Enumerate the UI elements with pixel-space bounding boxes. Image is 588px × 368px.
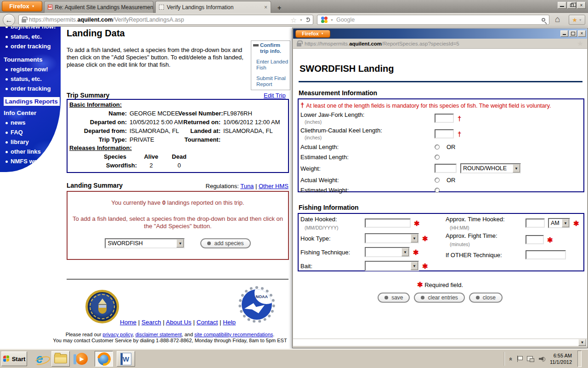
species-dropdown[interactable]: SWORDFISH ▼: [105, 238, 185, 248]
bait-dropdown[interactable]: ▼: [365, 261, 419, 271]
taskbar-clock[interactable]: 6:55 AM 11/1/2012: [550, 352, 572, 365]
sidebar-item-nmfs-website[interactable]: NMFS website: [6, 158, 61, 165]
close-button[interactable]: close: [469, 293, 503, 303]
sidebar-header-tournaments: Tournaments: [4, 56, 61, 63]
noaa-logo: NOAA: [238, 286, 275, 323]
hook-type-dropdown[interactable]: ▼: [365, 233, 419, 243]
contact-link[interactable]: Contact: [197, 319, 218, 326]
popup-window-controls: ×: [560, 30, 586, 37]
cliethrum-caudal-keel-length-input[interactable]: [435, 129, 454, 138]
basic-information-header: Basic Information:: [69, 101, 286, 108]
actual-weight-radio[interactable]: [435, 178, 440, 183]
home-link[interactable]: Home: [120, 319, 136, 326]
chevron-down-icon[interactable]: ▼: [330, 18, 334, 22]
sidebar-item-order-tracking[interactable]: order tracking: [6, 43, 61, 50]
search-bar[interactable]: ▼ Google: [317, 15, 549, 25]
date-hooked-input[interactable]: [365, 218, 411, 228]
sidebar-item-other-links[interactable]: other links: [6, 148, 61, 155]
chevron-down-icon: ▼: [513, 164, 520, 172]
tab-gmail[interactable]: M Re: Aquilent Site Landings Measurement…: [44, 1, 153, 13]
step-enter-landed-fish[interactable]: Enter Landed Fish: [256, 59, 289, 71]
close-button[interactable]: ×: [578, 30, 586, 37]
actual-length-radio[interactable]: [435, 144, 440, 150]
search-icon[interactable]: [542, 18, 545, 22]
save-button[interactable]: save: [378, 293, 410, 303]
word-icon[interactable]: W: [117, 351, 135, 367]
footer-customer-service-note: You may contact Customer Service by dial…: [46, 338, 294, 343]
home-icon[interactable]: ⌂: [555, 14, 560, 24]
minimize-button[interactable]: [560, 30, 568, 37]
sidebar-item-register-now[interactable]: register now!: [6, 66, 61, 73]
new-tab-button[interactable]: +: [274, 3, 285, 12]
fishing-technique-dropdown[interactable]: ▼: [365, 247, 410, 257]
minimize-button[interactable]: [558, 2, 566, 9]
estimated-weight-radio[interactable]: [435, 188, 440, 193]
sidebar-item-status[interactable]: status, etc.: [6, 33, 61, 40]
popup-url-bar[interactable]: https://hmspermits.aquilent.com/ReportSp…: [293, 39, 587, 49]
required-field-note: ✱ Required field.: [293, 281, 587, 288]
lower-jaw-fork-length-input[interactable]: [435, 114, 454, 123]
mandatory-length-note: † At least one of the length fields is m…: [300, 101, 582, 110]
action-center-flag-icon[interactable]: [517, 356, 522, 362]
clear-entries-button[interactable]: clear entries: [414, 293, 464, 303]
bullet-icon: [6, 36, 8, 38]
tab-close-icon[interactable]: ×: [264, 4, 267, 11]
close-button[interactable]: ×: [577, 2, 586, 9]
edit-trip-link[interactable]: Edit Trip: [264, 92, 286, 99]
sidebar-item-landings-reports-selected[interactable]: Landings Reports: [4, 97, 60, 106]
search-link[interactable]: Search: [141, 319, 161, 326]
popup-title-bar[interactable]: Firefox ▼ ×: [293, 29, 587, 39]
desktop: Firefox ▼ M Re: Aquilent Site Landings M…: [0, 0, 588, 368]
url-bar[interactable]: https://hmspermits.aquilent.com/VerifyRe…: [18, 15, 313, 25]
sidebar-item-faq[interactable]: FAQ: [6, 129, 61, 136]
popup-page-title: SWORDFISH Landing: [300, 63, 394, 74]
internet-explorer-icon[interactable]: e: [30, 351, 49, 367]
add-species-button[interactable]: add species: [200, 238, 250, 248]
tab-verify-landings[interactable]: Verify Landings Information ×: [155, 1, 271, 13]
am-pm-dropdown[interactable]: AM▼: [548, 218, 570, 228]
bookmark-star-icon[interactable]: ☆: [291, 17, 297, 23]
weight-input[interactable]: [435, 164, 457, 173]
show-desktop-button[interactable]: [577, 351, 582, 367]
bookmark-star-icon[interactable]: ★: [577, 40, 583, 47]
about-us-link[interactable]: About Us: [166, 319, 192, 326]
start-button[interactable]: Start: [1, 351, 27, 366]
sidebar-item-library[interactable]: library: [6, 138, 61, 146]
sidebar-item-order-tracking-2[interactable]: order tracking: [6, 85, 61, 92]
url-text: https://hmspermits.aquilent.com/ReportSp…: [305, 41, 574, 46]
file-explorer-icon[interactable]: [51, 351, 70, 367]
sidebar-item-clipped[interactable]: buy/renew now!: [4, 27, 61, 31]
step-confirm-trip[interactable]: Confirm trip info.: [253, 42, 289, 54]
other-technique-input[interactable]: [526, 250, 566, 259]
site-compatibility-link[interactable]: site compatibility recommendations: [194, 332, 273, 337]
tuna-regulations-link[interactable]: Tuna: [240, 183, 254, 190]
other-hms-regulations-link[interactable]: Other HMS: [259, 183, 288, 190]
help-link[interactable]: Help: [223, 319, 236, 326]
firefox-menu-label: Firefox: [302, 31, 319, 36]
bookmarks-button[interactable]: ★ ▼: [569, 15, 585, 25]
restore-button[interactable]: [567, 2, 576, 9]
firefox-taskbar-icon[interactable]: [95, 351, 113, 367]
sidebar-item-status-2[interactable]: status, etc.: [6, 75, 61, 83]
volume-icon[interactable]: [539, 356, 545, 362]
disclaimer-statement-link[interactable]: disclaimer statement: [136, 332, 182, 337]
back-button[interactable]: ←: [3, 14, 15, 26]
estimated-length-radio[interactable]: [435, 155, 440, 160]
show-hidden-icons-chevron[interactable]: «: [508, 357, 514, 360]
time-hooked-input[interactable]: [526, 218, 545, 228]
network-icon[interactable]: [527, 356, 534, 362]
maximize-button[interactable]: [569, 30, 577, 37]
sidebar-item-news[interactable]: news: [6, 119, 61, 126]
step-submit-final-report[interactable]: Submit Final Report: [256, 75, 289, 87]
chevron-down-icon[interactable]: ▼: [300, 18, 303, 22]
reload-icon[interactable]: [305, 17, 310, 22]
chevron-down-icon: ▼: [411, 234, 418, 242]
privacy-policy-link[interactable]: privacy policy: [102, 332, 132, 337]
scroll-down-button[interactable]: ▼: [578, 339, 586, 346]
fight-time-input[interactable]: [526, 235, 544, 244]
firefox-menu-button[interactable]: Firefox ▼: [2, 1, 42, 12]
firefox-menu-button[interactable]: Firefox ▼: [295, 30, 330, 38]
bullet-icon: [6, 132, 8, 134]
weight-type-dropdown[interactable]: ROUND/WHOLE ▼: [460, 163, 521, 173]
media-player-icon[interactable]: ▶: [73, 351, 91, 367]
